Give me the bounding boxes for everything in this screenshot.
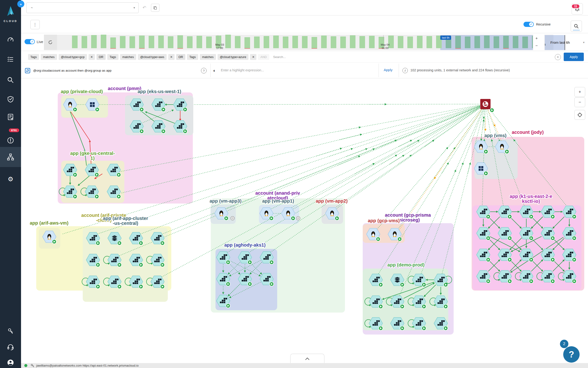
more-options-button[interactable]: ⋮ bbox=[30, 20, 40, 29]
help-count-badge: 2 bbox=[560, 340, 568, 348]
sidebar-item-dashboard[interactable] bbox=[0, 33, 21, 46]
group-label: app (vm-app3) bbox=[210, 198, 242, 203]
group-label: account (pmm) bbox=[108, 86, 141, 91]
filter-operator-faded: AND bbox=[258, 54, 269, 60]
workspace-combobox[interactable]: ~ ▼ bbox=[26, 2, 139, 13]
undo-icon[interactable]: ↶ bbox=[141, 4, 148, 11]
timeline-bar bbox=[72, 36, 78, 48]
sidebar-item-search[interactable] bbox=[0, 74, 21, 87]
filter-chip[interactable]: matches bbox=[200, 54, 216, 60]
expression-icon bbox=[25, 68, 30, 74]
canvas-fit-button[interactable] bbox=[574, 110, 585, 120]
expression-help-icon[interactable]: ? bbox=[201, 68, 207, 74]
filter-search-input[interactable]: Search... bbox=[273, 55, 286, 59]
graph-node-dot[interactable] bbox=[296, 216, 300, 220]
connection-status-icon bbox=[24, 364, 27, 367]
filter-operator-chip[interactable]: OR bbox=[97, 54, 106, 60]
graph-node-dot[interactable] bbox=[231, 216, 234, 220]
sidebar-item-support[interactable] bbox=[0, 341, 21, 354]
graph-node-ext[interactable] bbox=[480, 99, 494, 112]
expression-apply-link[interactable]: Apply bbox=[384, 68, 393, 72]
timeline-bar bbox=[321, 36, 327, 48]
filter-chips: Tagsmatches@cloud:type=gcp✕ORTagsmatches… bbox=[28, 53, 558, 61]
filter-chip-remove[interactable]: ✕ bbox=[250, 54, 256, 60]
timeline-row: ✓ Live last 6h May 0317:00May 0401:00May… bbox=[21, 33, 588, 51]
clear-filters-icon[interactable]: ✕ bbox=[555, 54, 561, 60]
group-label: app (arif-app-cluster bbox=[103, 216, 148, 221]
expression-bar: @org:cloudaccount as account then @org:g… bbox=[21, 63, 588, 78]
notifications-button[interactable]: 11 bbox=[572, 3, 583, 15]
filter-chip-remove[interactable]: ✕ bbox=[88, 54, 95, 60]
timeline-bar bbox=[398, 36, 403, 48]
recursive-toggle[interactable]: ✓ bbox=[524, 22, 534, 27]
sidebar-item-compliance[interactable] bbox=[0, 93, 21, 106]
top-bar: ~ ▼ ↶ 11 bbox=[21, 0, 588, 15]
timeline-bar bbox=[312, 37, 317, 48]
live-toggle[interactable]: ✓ bbox=[25, 39, 35, 44]
panel-collapse-button[interactable] bbox=[290, 354, 324, 364]
group-label: app (gcp-vms) bbox=[368, 218, 400, 223]
alerts-count-badge: 8791 bbox=[9, 129, 19, 132]
checklist-icon bbox=[7, 56, 14, 63]
gear-icon: ⚙ bbox=[8, 175, 13, 183]
sidebar-item-alerts[interactable] bbox=[0, 134, 21, 147]
expression-input[interactable]: @org:cloudaccount as account then @org:g… bbox=[33, 69, 112, 72]
filter-chip[interactable]: Tags bbox=[28, 54, 39, 60]
highlight-expression-input[interactable]: Enter a highlight expression... bbox=[221, 68, 264, 72]
group-label: app (gke-us-central- bbox=[70, 151, 115, 156]
sidebar: CLOUD 8791 ⚙ bbox=[0, 0, 21, 368]
divider bbox=[210, 64, 211, 77]
filter-apply-button[interactable]: Apply bbox=[564, 53, 584, 61]
timeline-bar bbox=[455, 36, 461, 48]
timeline-bar bbox=[360, 36, 365, 48]
graph-canvas[interactable]: account (pmm)account (jody)account (anan… bbox=[21, 78, 588, 363]
timeline-gridline bbox=[218, 35, 218, 41]
time-range-dropdown[interactable]: From last 6h ▼ bbox=[544, 35, 588, 50]
canvas-zoom-out-button[interactable]: − bbox=[574, 97, 585, 107]
sidebar-item-profile[interactable] bbox=[0, 356, 21, 368]
alert-icon bbox=[7, 137, 14, 144]
sidebar-expand-button[interactable]: » bbox=[17, 0, 24, 8]
group-label: app (demo-prod) bbox=[387, 262, 425, 267]
copy-icon bbox=[153, 6, 157, 9]
filter-chip[interactable]: Tags bbox=[107, 54, 118, 60]
sidebar-item-settings[interactable]: ⚙ bbox=[0, 173, 21, 186]
canvas-zoom-in-button[interactable]: + bbox=[574, 87, 585, 97]
copy-button[interactable] bbox=[151, 4, 159, 12]
timeline-zoom-out-button[interactable]: − bbox=[533, 43, 540, 49]
timeline-bar bbox=[369, 36, 375, 48]
timeline-zoom-in-button[interactable]: + bbox=[533, 35, 540, 41]
filter-chip[interactable]: Tags bbox=[187, 54, 198, 60]
sidebar-item-network[interactable] bbox=[0, 150, 21, 164]
filter-chip-remove[interactable]: ✕ bbox=[168, 54, 175, 60]
timeline-bar bbox=[513, 36, 518, 48]
timeline-bar bbox=[474, 36, 480, 48]
group-label: account (gcp-prisma bbox=[385, 212, 431, 218]
network-topology-icon bbox=[7, 153, 14, 161]
timeline-bar bbox=[149, 36, 154, 48]
timeline-bar bbox=[206, 37, 212, 48]
filter-chip[interactable]: @cloud:type=aws bbox=[138, 54, 167, 60]
divider bbox=[379, 64, 379, 77]
timeline-bar bbox=[110, 37, 116, 48]
filter-chip[interactable]: @cloud:type=azure bbox=[218, 54, 249, 60]
sidebar-item-reports[interactable] bbox=[0, 110, 21, 124]
sidebar-item-inventory[interactable] bbox=[0, 53, 21, 66]
highlight-toggle-icon[interactable]: ◐ bbox=[213, 68, 216, 73]
filter-operator-chip[interactable]: OR bbox=[176, 54, 185, 60]
minus-icon: − bbox=[579, 100, 581, 105]
timeline-date-label: May 0401:00 bbox=[377, 43, 393, 50]
timeline-bar bbox=[292, 36, 298, 48]
timeline-bar bbox=[120, 36, 125, 48]
sidebar-item-keys[interactable] bbox=[0, 325, 21, 338]
graph-search-button[interactable] bbox=[571, 21, 582, 32]
logo-text: CLOUD bbox=[0, 20, 21, 22]
filter-chip[interactable]: matches bbox=[41, 54, 57, 60]
info-icon: i bbox=[403, 68, 408, 73]
timeline-histogram[interactable]: last 6h May 0317:00May 0401:00May 0409:0… bbox=[57, 35, 553, 50]
workspace-value: ~ bbox=[31, 6, 133, 9]
help-button[interactable]: ? bbox=[563, 346, 579, 363]
filter-chip[interactable]: matches bbox=[120, 54, 136, 60]
filter-chip[interactable]: @cloud:type=gcp bbox=[59, 54, 87, 60]
refresh-button[interactable] bbox=[44, 35, 57, 50]
